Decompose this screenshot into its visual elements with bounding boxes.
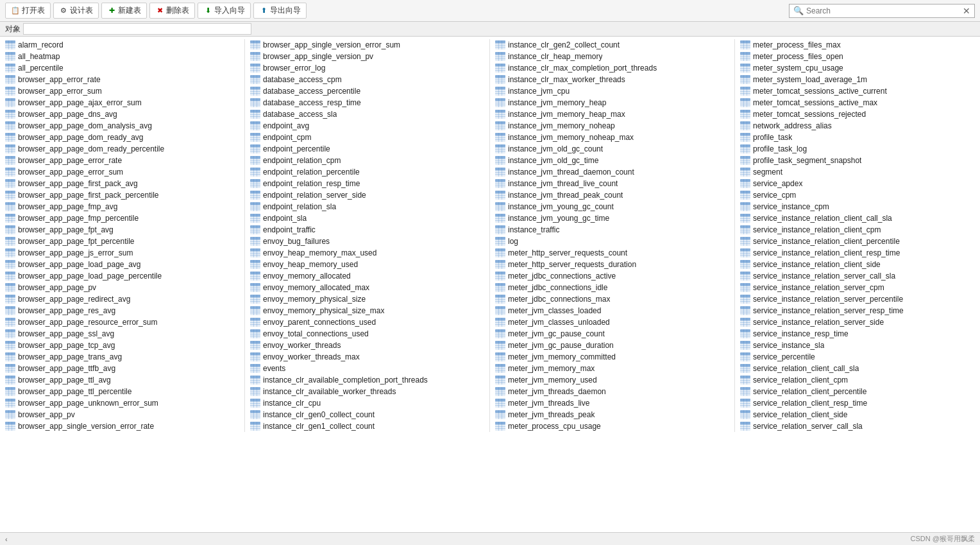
table-row[interactable]: browser_app_page_load_page_avg xyxy=(0,259,244,270)
table-row[interactable]: service_instance_relation_client_resp_ti… xyxy=(735,247,980,259)
table-row[interactable]: meter_jvm_memory_max xyxy=(490,363,734,374)
table-row[interactable]: meter_jvm_threads_live xyxy=(490,397,734,409)
table-row[interactable]: service_instance_relation_server_resp_ti… xyxy=(735,305,980,316)
table-row[interactable]: meter_process_cpu_usage xyxy=(490,420,734,432)
table-row[interactable]: meter_jvm_threads_peak xyxy=(490,409,734,420)
table-row[interactable]: envoy_heap_memory_used xyxy=(245,259,489,270)
table-row[interactable]: endpoint_cpm xyxy=(245,132,489,143)
import-button[interactable]: ⬇ 导入向导 xyxy=(198,3,251,19)
table-row[interactable]: service_instance_resp_time xyxy=(735,328,980,340)
table-row[interactable]: instance_jvm_thread_live_count xyxy=(490,178,734,189)
table-row[interactable]: instance_jvm_memory_heap_max xyxy=(490,108,734,120)
table-row[interactable]: instance_jvm_thread_daemon_count xyxy=(490,166,734,178)
table-row[interactable]: service_relation_client_side xyxy=(735,409,980,420)
table-row[interactable]: service_instance_relation_client_percent… xyxy=(735,236,980,247)
new-table-button[interactable]: ✚ 新建表 xyxy=(101,3,147,19)
table-row[interactable]: service_relation_server_call_sla xyxy=(735,420,980,432)
table-row[interactable]: instance_clr_gen0_collect_count xyxy=(245,409,489,420)
table-row[interactable]: service_instance_relation_server_cpm xyxy=(735,282,980,293)
table-row[interactable]: log xyxy=(490,236,734,247)
table-row[interactable]: browser_app_page_first_pack_avg xyxy=(0,178,244,189)
table-row[interactable]: browser_app_single_version_pv xyxy=(245,51,489,62)
table-row[interactable]: browser_app_page_dom_ready_percentile xyxy=(0,143,244,155)
table-row[interactable]: envoy_heap_memory_max_used xyxy=(245,247,489,259)
table-row[interactable]: endpoint_traffic xyxy=(245,224,489,236)
table-row[interactable]: service_instance_cpm xyxy=(735,201,980,212)
table-row[interactable]: meter_http_server_requests_count xyxy=(490,247,734,259)
table-row[interactable]: envoy_worker_threads_max xyxy=(245,351,489,363)
table-row[interactable]: instance_clr_available_completion_port_t… xyxy=(245,374,489,386)
table-row[interactable]: browser_app_page_trans_avg xyxy=(0,351,244,363)
table-row[interactable]: meter_tomcat_sessions_active_max xyxy=(735,97,980,108)
table-row[interactable]: segment xyxy=(735,166,980,178)
scroll-left[interactable]: ‹ xyxy=(5,535,8,543)
table-row[interactable]: browser_app_page_ttfb_avg xyxy=(0,363,244,374)
table-row[interactable]: browser_app_single_version_error_rate xyxy=(0,420,244,432)
table-row[interactable]: browser_app_page_tcp_avg xyxy=(0,340,244,351)
table-row[interactable]: meter_system_load_average_1m xyxy=(735,74,980,85)
table-row[interactable]: service_instance_relation_client_side xyxy=(735,259,980,270)
table-row[interactable]: endpoint_percentile xyxy=(245,143,489,155)
table-row[interactable]: instance_jvm_thread_peak_count xyxy=(490,189,734,201)
table-row[interactable]: meter_jvm_gc_pause_duration xyxy=(490,340,734,351)
table-row[interactable]: browser_app_page_res_avg xyxy=(0,305,244,316)
table-row[interactable]: meter_tomcat_sessions_active_current xyxy=(735,85,980,97)
table-row[interactable]: profile_task_log xyxy=(735,143,980,155)
table-row[interactable]: browser_app_page_unknown_error_sum xyxy=(0,397,244,409)
table-row[interactable]: meter_process_files_open xyxy=(735,51,980,62)
table-row[interactable]: envoy_worker_threads xyxy=(245,340,489,351)
table-row[interactable]: envoy_memory_allocated_max xyxy=(245,282,489,293)
table-row[interactable]: instance_jvm_young_gc_count xyxy=(490,201,734,212)
table-row[interactable]: endpoint_relation_percentile xyxy=(245,166,489,178)
table-row[interactable]: service_instance_relation_server_percent… xyxy=(735,293,980,305)
table-row[interactable]: database_access_sla xyxy=(245,108,489,120)
table-row[interactable]: endpoint_relation_resp_time xyxy=(245,178,489,189)
table-row[interactable]: meter_jvm_gc_pause_count xyxy=(490,328,734,340)
table-row[interactable]: browser_app_page_pv xyxy=(0,282,244,293)
table-row[interactable]: service_instance_relation_server_call_sl… xyxy=(735,270,980,282)
table-row[interactable]: browser_app_page_redirect_avg xyxy=(0,293,244,305)
table-row[interactable]: meter_jvm_classes_unloaded xyxy=(490,316,734,328)
table-row[interactable]: all_percentile xyxy=(0,62,244,74)
table-row[interactable]: browser_app_page_error_sum xyxy=(0,166,244,178)
table-row[interactable]: service_relation_client_resp_time xyxy=(735,397,980,409)
table-row[interactable]: instance_jvm_old_gc_time xyxy=(490,155,734,166)
table-row[interactable]: browser_app_page_ttl_avg xyxy=(0,374,244,386)
table-row[interactable]: profile_task xyxy=(735,132,980,143)
table-row[interactable]: envoy_bug_failures xyxy=(245,236,489,247)
table-row[interactable]: endpoint_relation_server_side xyxy=(245,189,489,201)
table-row[interactable]: endpoint_relation_sla xyxy=(245,201,489,212)
table-row[interactable]: network_address_alias xyxy=(735,120,980,132)
table-row[interactable]: envoy_parent_connections_used xyxy=(245,316,489,328)
search-input[interactable] xyxy=(806,6,963,15)
object-input[interactable] xyxy=(23,23,251,35)
delete-table-button[interactable]: ✖ 删除表 xyxy=(149,3,195,19)
table-row[interactable]: meter_jdbc_connections_idle xyxy=(490,282,734,293)
table-row[interactable]: service_relation_client_cpm xyxy=(735,374,980,386)
table-row[interactable]: endpoint_sla xyxy=(245,212,489,224)
table-row[interactable]: meter_jvm_memory_committed xyxy=(490,351,734,363)
table-row[interactable]: browser_app_page_ttl_percentile xyxy=(0,386,244,397)
table-row[interactable]: instance_clr_gen2_collect_count xyxy=(490,39,734,51)
table-row[interactable]: browser_app_single_version_error_sum xyxy=(245,39,489,51)
table-row[interactable]: service_apdex xyxy=(735,178,980,189)
table-row[interactable]: service_relation_client_percentile xyxy=(735,386,980,397)
table-row[interactable]: browser_app_error_sum xyxy=(0,85,244,97)
table-row[interactable]: instance_clr_cpu xyxy=(245,397,489,409)
table-row[interactable]: browser_app_page_first_pack_percentile xyxy=(0,189,244,201)
table-row[interactable]: instance_jvm_memory_heap xyxy=(490,97,734,108)
table-row[interactable]: browser_app_page_resource_error_sum xyxy=(0,316,244,328)
close-icon[interactable]: ✕ xyxy=(963,6,970,16)
open-table-button[interactable]: 📋 打开表 xyxy=(5,3,51,19)
table-row[interactable]: browser_app_page_ssl_avg xyxy=(0,328,244,340)
table-row[interactable]: service_percentile xyxy=(735,351,980,363)
table-row[interactable]: instance_jvm_young_gc_time xyxy=(490,212,734,224)
table-row[interactable]: envoy_total_connections_used xyxy=(245,328,489,340)
table-row[interactable]: browser_app_page_dns_avg xyxy=(0,108,244,120)
table-row[interactable]: meter_tomcat_sessions_rejected xyxy=(735,108,980,120)
table-row[interactable]: service_instance_sla xyxy=(735,340,980,351)
table-row[interactable]: alarm_record xyxy=(0,39,244,51)
table-row[interactable]: browser_app_page_fpt_percentile xyxy=(0,236,244,247)
table-row[interactable]: database_access_percentile xyxy=(245,85,489,97)
table-row[interactable]: browser_app_page_dom_ready_avg xyxy=(0,132,244,143)
